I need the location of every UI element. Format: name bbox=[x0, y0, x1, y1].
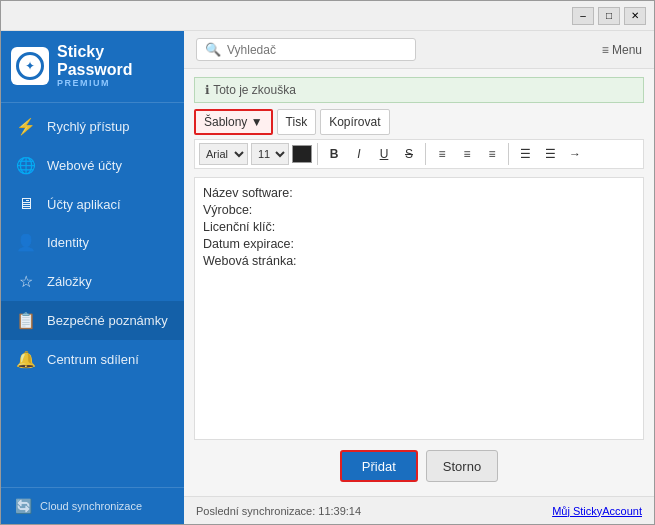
indent-button[interactable]: → bbox=[564, 143, 586, 165]
size-select[interactable]: 11 bbox=[251, 143, 289, 165]
app-name-sticky: Sticky bbox=[57, 43, 133, 61]
logo-circle: ✦ bbox=[16, 52, 44, 80]
editor-wrapper: ℹ Toto je zkouška Šablony ▼ Tisk Kopírov… bbox=[184, 69, 654, 496]
align-right-button[interactable]: ≡ bbox=[481, 143, 503, 165]
sidebar-header: ✦ Sticky Password PREMIUM bbox=[1, 31, 184, 103]
sidebar-item-app-accounts[interactable]: 🖥 Účty aplikací bbox=[1, 185, 184, 223]
notice-icon: ℹ bbox=[205, 83, 210, 97]
sidebar-item-label: Záložky bbox=[47, 274, 92, 289]
sharing-icon: 🔔 bbox=[15, 350, 37, 369]
titlebar-controls: – □ ✕ bbox=[572, 7, 646, 25]
field-vyrobce: Výrobce: bbox=[203, 203, 635, 217]
cancel-button[interactable]: Storno bbox=[426, 450, 498, 482]
bold-button[interactable]: B bbox=[323, 143, 345, 165]
editor-content[interactable]: Název software: Výrobce: Licenční klíč: … bbox=[194, 177, 644, 440]
sidebar-item-web-accounts[interactable]: 🌐 Webové účty bbox=[1, 146, 184, 185]
sidebar-nav: ⚡ Rychlý přístup 🌐 Webové účty 🖥 Účty ap… bbox=[1, 103, 184, 487]
main-layout: ✦ Sticky Password PREMIUM ⚡ Rychlý příst… bbox=[1, 31, 654, 524]
divider3 bbox=[508, 143, 509, 165]
app-logo: ✦ bbox=[11, 47, 49, 85]
menu-button[interactable]: ≡ Menu bbox=[602, 43, 642, 57]
app-accounts-icon: 🖥 bbox=[15, 195, 37, 213]
quick-access-icon: ⚡ bbox=[15, 117, 37, 136]
sync-label: Cloud synchronizace bbox=[40, 500, 142, 512]
web-accounts-icon: 🌐 bbox=[15, 156, 37, 175]
tisk-button[interactable]: Tisk bbox=[277, 109, 317, 135]
sidebar-item-label: Rychlý přístup bbox=[47, 119, 129, 134]
editor-toolbar: Šablony ▼ Tisk Kopírovat bbox=[194, 109, 644, 135]
content-area: 🔍 ≡ Menu ℹ Toto je zkouška Šablony ▼ Tis… bbox=[184, 31, 654, 524]
kopirovat-button[interactable]: Kopírovat bbox=[320, 109, 389, 135]
sidebar-item-label: Identity bbox=[47, 235, 89, 250]
sidebar-item-label: Centrum sdílení bbox=[47, 352, 139, 367]
list-ul-button[interactable]: ☰ bbox=[514, 143, 536, 165]
field-licencni-klic: Licenční klíč: bbox=[203, 220, 635, 234]
sidebar-item-bookmarks[interactable]: ☆ Záložky bbox=[1, 262, 184, 301]
field-datum-expirace: Datum expirace: bbox=[203, 237, 635, 251]
status-bar: Poslední synchronizace: 11:39:14 Můj Sti… bbox=[184, 496, 654, 524]
font-select[interactable]: Arial bbox=[199, 143, 248, 165]
bookmarks-icon: ☆ bbox=[15, 272, 37, 291]
sidebar-item-secure-notes[interactable]: 📋 Bezpečné poznámky bbox=[1, 301, 184, 340]
sidebar-item-label: Bezpečné poznámky bbox=[47, 313, 168, 328]
align-center-button[interactable]: ≡ bbox=[456, 143, 478, 165]
divider2 bbox=[425, 143, 426, 165]
add-button[interactable]: Přidat bbox=[340, 450, 418, 482]
search-icon: 🔍 bbox=[205, 42, 221, 57]
list-ol-button[interactable]: ☰ bbox=[539, 143, 561, 165]
app-title: Sticky Password PREMIUM bbox=[57, 43, 133, 88]
sidebar-item-label: Webové účty bbox=[47, 158, 122, 173]
sync-icon: 🔄 bbox=[15, 498, 32, 514]
field-webova-stranka: Webová stránka: bbox=[203, 254, 635, 268]
minimize-button[interactable]: – bbox=[572, 7, 594, 25]
sidebar: ✦ Sticky Password PREMIUM ⚡ Rychlý příst… bbox=[1, 31, 184, 524]
app-tier-badge: PREMIUM bbox=[57, 78, 133, 88]
strike-button[interactable]: S bbox=[398, 143, 420, 165]
field-software: Název software: bbox=[203, 186, 635, 200]
format-toolbar: Arial 11 B I U S ≡ ≡ ≡ ☰ bbox=[194, 139, 644, 169]
sidebar-item-identities[interactable]: 👤 Identity bbox=[1, 223, 184, 262]
account-link[interactable]: Můj StickyAccount bbox=[552, 505, 642, 517]
identities-icon: 👤 bbox=[15, 233, 37, 252]
sidebar-item-label: Účty aplikací bbox=[47, 197, 121, 212]
sync-status-text: Poslední synchronizace: 11:39:14 bbox=[196, 505, 361, 517]
footer-buttons: Přidat Storno bbox=[194, 440, 644, 488]
app-window: – □ ✕ ✦ Sticky Password PREMIUM bbox=[0, 0, 655, 525]
divider1 bbox=[317, 143, 318, 165]
logo-star-icon: ✦ bbox=[25, 59, 35, 73]
maximize-button[interactable]: □ bbox=[598, 7, 620, 25]
sidebar-item-sharing[interactable]: 🔔 Centrum sdílení bbox=[1, 340, 184, 379]
align-left-button[interactable]: ≡ bbox=[431, 143, 453, 165]
sidebar-item-quick-access[interactable]: ⚡ Rychlý přístup bbox=[1, 107, 184, 146]
search-input[interactable] bbox=[227, 43, 407, 57]
underline-button[interactable]: U bbox=[373, 143, 395, 165]
sidebar-footer: 🔄 Cloud synchronizace bbox=[1, 487, 184, 524]
notice-bar: ℹ Toto je zkouška bbox=[194, 77, 644, 103]
titlebar: – □ ✕ bbox=[1, 1, 654, 31]
notice-text: Toto je zkouška bbox=[213, 83, 296, 97]
italic-button[interactable]: I bbox=[348, 143, 370, 165]
search-box[interactable]: 🔍 bbox=[196, 38, 416, 61]
close-button[interactable]: ✕ bbox=[624, 7, 646, 25]
secure-notes-icon: 📋 bbox=[15, 311, 37, 330]
sablony-button[interactable]: Šablony ▼ bbox=[194, 109, 273, 135]
color-picker[interactable] bbox=[292, 145, 312, 163]
app-name-password: Password bbox=[57, 61, 133, 79]
topbar: 🔍 ≡ Menu bbox=[184, 31, 654, 69]
